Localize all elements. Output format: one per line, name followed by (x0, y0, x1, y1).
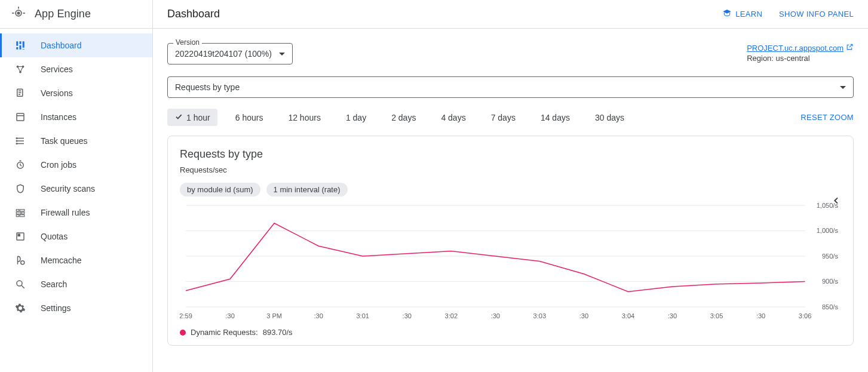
svg-rect-35 (20, 215, 24, 217)
sidebar-item-security-scans[interactable]: Security scans (0, 177, 152, 201)
metric-selector-value: Requests by type (175, 82, 240, 92)
svg-point-1 (17, 12, 19, 14)
time-range-7-days[interactable]: 7 days (484, 109, 523, 126)
learn-label: LEARN (735, 10, 762, 19)
project-url-link[interactable]: PROJECT.uc.r.appspot.com (747, 43, 854, 53)
svg-point-38 (21, 261, 24, 265)
svg-point-24 (16, 140, 17, 142)
time-range-14-days[interactable]: 14 days (533, 109, 577, 126)
sidebar-item-label: Task queues (41, 136, 88, 146)
version-selector-label: Version (173, 38, 202, 47)
sidebar: App Engine Dashboard Services Versions I… (0, 0, 153, 372)
svg-rect-7 (23, 41, 24, 48)
sidebar-item-services[interactable]: Services (0, 57, 152, 81)
sidebar-item-memcache[interactable]: Memcache (0, 248, 152, 272)
learn-button[interactable]: LEARN (722, 8, 762, 20)
svg-text::30: :30 (225, 312, 234, 319)
svg-rect-32 (16, 212, 21, 214)
time-range-label: 1 hour (186, 113, 210, 122)
svg-text:3:05: 3:05 (710, 312, 723, 319)
time-range-30-days[interactable]: 30 days (588, 109, 631, 126)
chart-subtitle: Requests/sec (180, 165, 841, 174)
svg-text:3:01: 3:01 (356, 312, 369, 319)
svg-text:1,000/s: 1,000/s (817, 227, 839, 235)
services-icon (14, 63, 26, 75)
svg-rect-33 (22, 212, 24, 214)
shield-icon (14, 183, 26, 195)
sidebar-item-label: Cron jobs (41, 160, 76, 170)
graduation-cap-icon (722, 8, 732, 20)
time-range-2-days[interactable]: 2 days (384, 109, 423, 126)
svg-line-40 (22, 285, 24, 288)
reset-zoom-button[interactable]: RESET ZOOM (800, 113, 854, 122)
svg-rect-8 (16, 47, 18, 50)
project-info: PROJECT.uc.r.appspot.com Region: us-cent… (747, 43, 854, 63)
sidebar-item-label: Services (41, 64, 73, 74)
sidebar-item-settings[interactable]: Settings (0, 296, 152, 320)
sidebar-item-search[interactable]: Search (0, 272, 152, 296)
svg-text:3:04: 3:04 (622, 312, 635, 319)
metric-selector-wrap: Requests by type (167, 76, 854, 98)
svg-rect-5 (16, 41, 18, 46)
chart-legend: Dynamic Requests: 893.70/s (180, 328, 841, 337)
sidebar-list: Dashboard Services Versions Instances Ta… (0, 29, 152, 320)
sidebar-item-label: Versions (41, 88, 73, 98)
svg-rect-34 (16, 215, 19, 217)
legend-series-value: 893.70/s (263, 328, 293, 337)
svg-line-28 (20, 165, 22, 167)
topbar: Dashboard LEARN SHOW INFO PANEL (153, 0, 868, 29)
time-range-row: 1 hour 6 hours 12 hours 1 day 2 days 4 d… (167, 109, 854, 126)
time-range-1-day[interactable]: 1 day (339, 109, 373, 126)
svg-rect-6 (20, 41, 22, 44)
task-queues-icon (14, 135, 26, 147)
svg-point-25 (16, 143, 17, 145)
sidebar-header: App Engine (0, 0, 152, 29)
sidebar-item-dashboard[interactable]: Dashboard (0, 33, 152, 57)
svg-text:900/s: 900/s (822, 278, 839, 285)
firewall-icon (14, 207, 26, 219)
quotas-icon (14, 230, 26, 242)
page-title: Dashboard (167, 8, 220, 20)
caret-down-icon (279, 53, 285, 56)
sidebar-item-instances[interactable]: Instances (0, 105, 152, 129)
sidebar-item-cron-jobs[interactable]: Cron jobs (0, 153, 152, 177)
check-icon (174, 112, 183, 122)
time-range-6-hours[interactable]: 6 hours (228, 109, 271, 126)
sidebar-item-task-queues[interactable]: Task queues (0, 129, 152, 153)
sidebar-item-label: Quotas (41, 232, 68, 241)
time-range-12-hours[interactable]: 12 hours (281, 109, 327, 126)
version-selector-wrap: Version 20220419t204107 (100%) (167, 43, 293, 64)
caret-down-icon (840, 86, 846, 89)
sidebar-item-firewall-rules[interactable]: Firewall rules (0, 201, 152, 225)
project-url-label: PROJECT.uc.r.appspot.com (747, 44, 844, 53)
metric-selector[interactable]: Requests by type (167, 76, 854, 98)
time-range-4-days[interactable]: 4 days (434, 109, 473, 126)
sidebar-item-quotas[interactable]: Quotas (0, 225, 152, 248)
svg-text::30: :30 (579, 312, 588, 319)
cron-jobs-icon (14, 159, 26, 171)
chart-badge: 1 min interval (rate) (266, 183, 348, 196)
region-label: Region: us-central (747, 54, 854, 63)
svg-point-13 (19, 71, 22, 73)
external-link-icon (846, 43, 854, 53)
svg-line-41 (849, 44, 852, 47)
svg-text:1,050/s: 1,050/s (817, 202, 839, 209)
sidebar-item-label: Search (41, 279, 67, 289)
legend-series-label: Dynamic Requests: (191, 328, 258, 337)
svg-rect-37 (18, 234, 20, 236)
svg-point-12 (22, 66, 24, 68)
svg-text::30: :30 (491, 312, 500, 319)
top-actions: LEARN SHOW INFO PANEL (722, 8, 854, 20)
version-selector-value: 20220419t204107 (100%) (175, 49, 272, 59)
search-icon (14, 278, 26, 290)
sidebar-item-label: Memcache (41, 256, 81, 265)
instances-icon (14, 111, 26, 123)
svg-rect-31 (20, 210, 24, 211)
time-range-1-hour[interactable]: 1 hour (167, 109, 217, 126)
show-info-panel-button[interactable]: SHOW INFO PANEL (779, 10, 854, 19)
chart-title: Requests by type (180, 148, 841, 161)
sidebar-item-versions[interactable]: Versions (0, 81, 152, 105)
svg-text::30: :30 (403, 312, 412, 319)
svg-text:2:59: 2:59 (180, 312, 192, 319)
dashboard-icon (14, 39, 26, 51)
